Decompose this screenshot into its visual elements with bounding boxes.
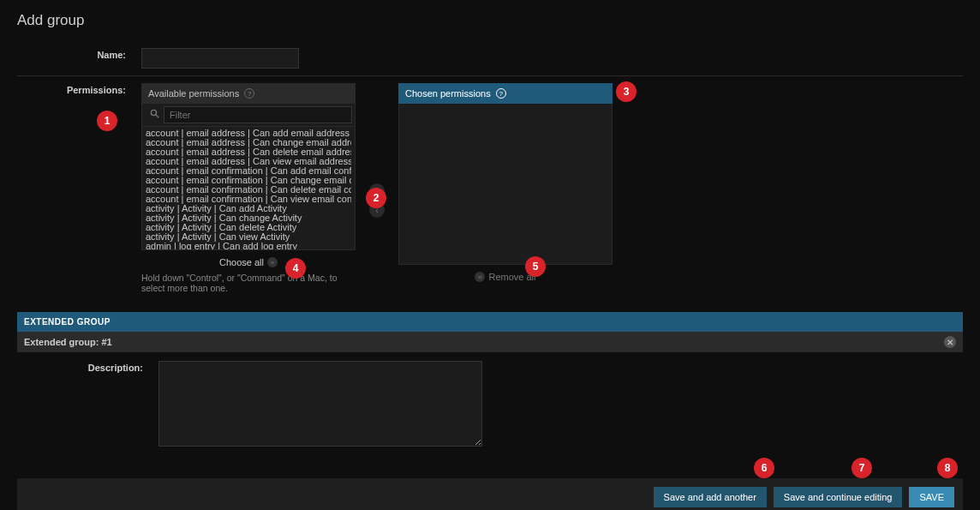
- permissions-row: Permissions: 1 2 3 4 5 Available permiss…: [17, 76, 963, 300]
- permission-option[interactable]: account | email address | Can delete ema…: [146, 147, 351, 157]
- permission-option[interactable]: activity | Activity | Can view Activity: [146, 232, 351, 242]
- filter-row: [141, 104, 356, 127]
- annotation-badge-5: 5: [525, 256, 546, 277]
- name-row: Name:: [17, 41, 963, 76]
- extended-group-sub-label: Extended group: #1: [24, 337, 112, 347]
- page-title: Add group: [17, 12, 963, 29]
- chosen-permissions-list[interactable]: [398, 104, 612, 265]
- available-permissions-title: Available permissions: [148, 88, 239, 99]
- permission-option[interactable]: activity | Activity | Can add Activity: [146, 204, 351, 213]
- svg-line-1: [155, 115, 158, 117]
- save-button[interactable]: SAVE: [909, 487, 954, 507]
- filter-input[interactable]: [164, 106, 352, 123]
- choose-all-icon: »: [267, 257, 278, 267]
- available-permissions-box: Available permissions ? account | email …: [141, 83, 356, 293]
- choose-all-link[interactable]: Choose all »: [141, 257, 356, 267]
- name-label: Name:: [17, 48, 141, 69]
- permission-option[interactable]: account | email address | Can add email …: [146, 129, 351, 138]
- close-icon[interactable]: ✕: [944, 336, 956, 348]
- chosen-permissions-box: Chosen permissions ? « Remove all: [398, 83, 612, 282]
- remove-all-icon: «: [475, 272, 485, 282]
- extended-group-sub-header: Extended group: #1 ✕: [17, 332, 963, 352]
- available-permissions-list[interactable]: account | email address | Can add email …: [141, 127, 356, 250]
- available-permissions-header: Available permissions ?: [141, 83, 356, 104]
- search-icon: [145, 109, 164, 121]
- annotation-badge-7: 7: [852, 458, 872, 478]
- description-row: Description:: [17, 352, 963, 449]
- annotation-badge-4: 4: [285, 258, 306, 279]
- name-input[interactable]: [141, 48, 299, 69]
- permission-option[interactable]: account | email confirmation | Can add e…: [146, 166, 351, 176]
- choose-all-label: Choose all: [219, 257, 264, 267]
- annotation-badge-3: 3: [616, 81, 636, 102]
- permission-option[interactable]: account | email address | Can view email…: [146, 157, 351, 166]
- permissions-hint: Hold down "Control", or "Command" on a M…: [141, 273, 356, 293]
- remove-all-link[interactable]: « Remove all: [398, 272, 612, 282]
- chosen-permissions-title: Chosen permissions: [405, 88, 491, 99]
- permission-option[interactable]: account | email confirmation | Can view …: [146, 195, 351, 204]
- annotation-badge-8: 8: [937, 458, 958, 478]
- annotation-badge-6: 6: [754, 458, 774, 478]
- permission-option[interactable]: activity | Activity | Can change Activit…: [146, 213, 351, 223]
- help-icon[interactable]: ?: [496, 88, 506, 99]
- chosen-permissions-header: Chosen permissions ?: [398, 83, 612, 104]
- permission-option[interactable]: account | email address | Can change ema…: [146, 138, 351, 147]
- permission-option[interactable]: account | email confirmation | Can delet…: [146, 185, 351, 195]
- permission-option[interactable]: account | email confirmation | Can chang…: [146, 176, 351, 185]
- permissions-label: Permissions:: [17, 83, 141, 293]
- extended-group-header: EXTENDED GROUP: [17, 312, 963, 332]
- svg-point-0: [151, 110, 156, 115]
- permission-option[interactable]: admin | log entry | Can add log entry: [146, 242, 351, 250]
- annotation-badge-1: 1: [97, 111, 117, 131]
- permission-option[interactable]: activity | Activity | Can delete Activit…: [146, 223, 351, 232]
- save-and-add-another-button[interactable]: Save and add another: [654, 487, 767, 507]
- save-and-continue-button[interactable]: Save and continue editing: [774, 487, 903, 507]
- help-icon[interactable]: ?: [244, 88, 254, 99]
- description-label: Description:: [17, 361, 158, 449]
- annotation-badge-2: 2: [366, 188, 386, 208]
- submit-bar: 6 7 8 Save and add another Save and cont…: [17, 478, 963, 510]
- description-textarea[interactable]: [158, 361, 482, 447]
